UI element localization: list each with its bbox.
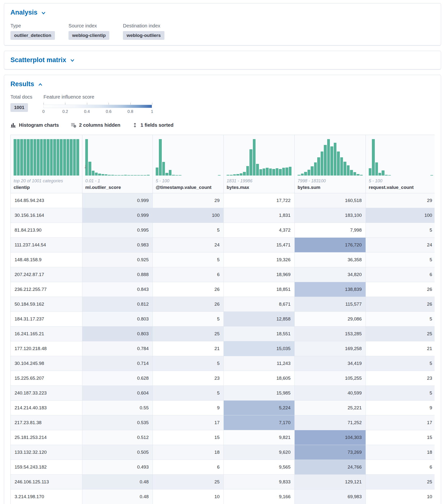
- grid-cell-bytes.max[interactable]: 12,858: [224, 312, 295, 326]
- grid-cell-bytes.sum[interactable]: 73,269: [295, 445, 366, 460]
- grid-cell-timestamp.value_count[interactable]: 5: [153, 223, 224, 238]
- grid-cell-clientip[interactable]: 25.181.253.214: [11, 430, 82, 445]
- grid-cell-bytes.max[interactable]: 9,166: [224, 489, 295, 504]
- grid-cell-request.value_count[interactable]: 5: [366, 223, 435, 238]
- grid-cell-timestamp.value_count[interactable]: 6: [153, 267, 224, 282]
- grid-cell-timestamp.value_count[interactable]: 15: [153, 430, 224, 445]
- grid-cell-request.value_count[interactable]: 5: [366, 386, 435, 401]
- grid-cell-request.value_count[interactable]: 18: [366, 445, 435, 460]
- grid-cell-request.value_count[interactable]: 25: [366, 326, 435, 341]
- fields-sorted-button[interactable]: 1 fields sorted: [132, 122, 174, 128]
- grid-cell-ml.outlier_score[interactable]: 0.843: [82, 282, 153, 297]
- grid-cell-ml.outlier_score[interactable]: 0.48: [82, 489, 153, 504]
- grid-cell-timestamp.value_count[interactable]: 26: [153, 297, 224, 312]
- grid-cell-clientip[interactable]: 246.106.125.113: [11, 475, 82, 489]
- grid-cell-bytes.sum[interactable]: 104,303: [295, 430, 366, 445]
- grid-cell-ml.outlier_score[interactable]: 0.999: [82, 193, 153, 208]
- grid-cell-request.value_count[interactable]: 10: [366, 489, 435, 504]
- grid-cell-timestamp.value_count[interactable]: 100: [153, 208, 224, 223]
- grid-cell-bytes.max[interactable]: 9,833: [224, 475, 295, 489]
- grid-cell-timestamp.value_count[interactable]: 5: [153, 312, 224, 326]
- histogram-charts-button[interactable]: Histogram charts: [10, 122, 59, 128]
- grid-cell-ml.outlier_score[interactable]: 0.493: [82, 460, 153, 475]
- grid-cell-bytes.sum[interactable]: 183,100: [295, 208, 366, 223]
- grid-cell-request.value_count[interactable]: 9: [366, 401, 435, 415]
- grid-cell-bytes.sum[interactable]: 7,998: [295, 223, 366, 238]
- grid-cell-bytes.sum[interactable]: 24,766: [295, 460, 366, 475]
- grid-cell-request.value_count[interactable]: 5: [366, 312, 435, 326]
- grid-cell-clientip[interactable]: 111.237.144.54: [11, 238, 82, 252]
- grid-cell-timestamp.value_count[interactable]: 5: [153, 252, 224, 267]
- grid-cell-request.value_count[interactable]: 25: [366, 475, 435, 489]
- grid-cell-timestamp.value_count[interactable]: 18: [153, 445, 224, 460]
- grid-cell-request.value_count[interactable]: 26: [366, 282, 435, 297]
- grid-cell-request.value_count[interactable]: 17: [366, 415, 435, 430]
- grid-cell-ml.outlier_score[interactable]: 0.803: [82, 326, 153, 341]
- grid-cell-timestamp.value_count[interactable]: 21: [153, 341, 224, 356]
- grid-cell-clientip[interactable]: 148.48.158.9: [11, 252, 82, 267]
- grid-cell-bytes.sum[interactable]: 71,252: [295, 415, 366, 430]
- column-header-ml.outlier_score[interactable]: ↓0.01 - 1ml.outlier_score: [82, 135, 153, 193]
- grid-cell-bytes.max[interactable]: 11,243: [224, 356, 295, 371]
- grid-cell-bytes.sum[interactable]: 40,599: [295, 386, 366, 401]
- grid-cell-timestamp.value_count[interactable]: 29: [153, 193, 224, 208]
- grid-cell-request.value_count[interactable]: 26: [366, 297, 435, 312]
- grid-cell-timestamp.value_count[interactable]: 17: [153, 415, 224, 430]
- column-header-bytes.sum[interactable]: 7998 - 183100bytes.sum: [295, 135, 366, 193]
- grid-cell-ml.outlier_score[interactable]: 0.995: [82, 223, 153, 238]
- grid-cell-timestamp.value_count[interactable]: 26: [153, 282, 224, 297]
- column-header-bytes.max[interactable]: 1831 - 19986bytes.max: [224, 135, 295, 193]
- grid-cell-request.value_count[interactable]: 100: [366, 208, 435, 223]
- grid-cell-timestamp.value_count[interactable]: 25: [153, 475, 224, 489]
- grid-cell-timestamp.value_count[interactable]: 10: [153, 489, 224, 504]
- columns-hidden-button[interactable]: 2 columns hidden: [71, 122, 120, 128]
- grid-cell-clientip[interactable]: 214.214.40.183: [11, 401, 82, 415]
- column-header-request.value_count[interactable]: 5 - 100request.value_count: [366, 135, 435, 193]
- grid-cell-request.value_count[interactable]: 6: [366, 460, 435, 475]
- grid-cell-ml.outlier_score[interactable]: 0.983: [82, 238, 153, 252]
- grid-cell-bytes.max[interactable]: 15,471: [224, 238, 295, 252]
- grid-cell-bytes.sum[interactable]: 176,720: [295, 238, 366, 252]
- grid-cell-clientip[interactable]: 177.120.218.48: [11, 341, 82, 356]
- grid-cell-bytes.max[interactable]: 9,821: [224, 430, 295, 445]
- grid-cell-clientip[interactable]: 236.212.255.77: [11, 282, 82, 297]
- grid-cell-bytes.max[interactable]: 15,035: [224, 341, 295, 356]
- grid-cell-ml.outlier_score[interactable]: 0.604: [82, 386, 153, 401]
- grid-cell-bytes.max[interactable]: 17,722: [224, 193, 295, 208]
- grid-cell-request.value_count[interactable]: 5: [366, 356, 435, 371]
- grid-cell-bytes.max[interactable]: 4,372: [224, 223, 295, 238]
- column-header-timestamp.value_count[interactable]: 5 - 100@timestamp.value_count: [153, 135, 224, 193]
- grid-cell-ml.outlier_score[interactable]: 0.55: [82, 401, 153, 415]
- grid-cell-timestamp.value_count[interactable]: 5: [153, 356, 224, 371]
- grid-cell-bytes.sum[interactable]: 69,983: [295, 489, 366, 504]
- grid-cell-request.value_count[interactable]: 6: [366, 267, 435, 282]
- grid-cell-bytes.max[interactable]: 18,551: [224, 326, 295, 341]
- grid-cell-request.value_count[interactable]: 29: [366, 193, 435, 208]
- grid-cell-bytes.sum[interactable]: 34,419: [295, 356, 366, 371]
- grid-cell-clientip[interactable]: 16.241.165.21: [11, 326, 82, 341]
- grid-cell-timestamp.value_count[interactable]: 5: [153, 386, 224, 401]
- grid-cell-bytes.sum[interactable]: 29,086: [295, 312, 366, 326]
- grid-cell-bytes.max[interactable]: 8,671: [224, 297, 295, 312]
- grid-cell-clientip[interactable]: 30.156.16.164: [11, 208, 82, 223]
- grid-cell-request.value_count[interactable]: 23: [366, 371, 435, 386]
- grid-cell-bytes.sum[interactable]: 34,820: [295, 267, 366, 282]
- grid-cell-ml.outlier_score[interactable]: 0.925: [82, 252, 153, 267]
- grid-cell-request.value_count[interactable]: 5: [366, 252, 435, 267]
- grid-cell-clientip[interactable]: 15.225.65.207: [11, 371, 82, 386]
- grid-cell-clientip[interactable]: 133.132.32.120: [11, 445, 82, 460]
- scatterplot-panel-toggle[interactable]: Scatterplot matrix: [10, 56, 75, 64]
- grid-cell-ml.outlier_score[interactable]: 0.535: [82, 415, 153, 430]
- grid-cell-ml.outlier_score[interactable]: 0.628: [82, 371, 153, 386]
- grid-cell-bytes.sum[interactable]: 105,255: [295, 371, 366, 386]
- grid-cell-clientip[interactable]: 50.184.59.162: [11, 297, 82, 312]
- grid-cell-timestamp.value_count[interactable]: 23: [153, 371, 224, 386]
- grid-cell-ml.outlier_score[interactable]: 0.888: [82, 267, 153, 282]
- grid-cell-ml.outlier_score[interactable]: 0.505: [82, 445, 153, 460]
- analysis-panel-toggle[interactable]: Analysis: [10, 9, 46, 16]
- grid-cell-bytes.max[interactable]: 19,326: [224, 252, 295, 267]
- grid-cell-bytes.sum[interactable]: 115,577: [295, 297, 366, 312]
- grid-cell-request.value_count[interactable]: 24: [366, 238, 435, 252]
- grid-cell-clientip[interactable]: 184.31.17.237: [11, 312, 82, 326]
- grid-cell-bytes.max[interactable]: 7,170: [224, 415, 295, 430]
